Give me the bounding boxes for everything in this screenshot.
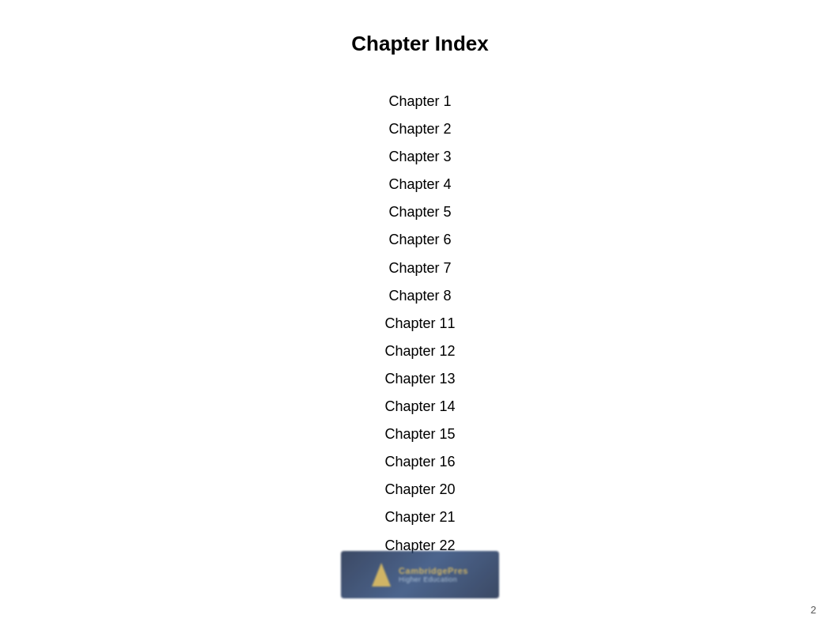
page-container: Chapter Index Chapter 1Chapter 2Chapter … <box>0 0 840 630</box>
chapter-item[interactable]: Chapter 14 <box>384 393 455 421</box>
chapter-item[interactable]: Chapter 8 <box>388 282 451 310</box>
chapter-item[interactable]: Chapter 4 <box>388 171 451 198</box>
chapter-item[interactable]: Chapter 21 <box>384 504 455 531</box>
chapter-list: Chapter 1Chapter 2Chapter 3Chapter 4Chap… <box>384 88 455 560</box>
chapter-item[interactable]: Chapter 13 <box>384 365 455 393</box>
publisher-logo-icon <box>372 563 391 587</box>
chapter-item[interactable]: Chapter 3 <box>388 143 451 171</box>
chapter-item[interactable]: Chapter 12 <box>384 338 455 365</box>
chapter-item[interactable]: Chapter 2 <box>388 115 451 143</box>
page-number: 2 <box>811 604 816 616</box>
publisher-logo-text: CambridgePres Higher Education <box>399 566 468 583</box>
page-title: Chapter Index <box>351 32 488 56</box>
chapter-item[interactable]: Chapter 6 <box>388 226 451 254</box>
publisher-subtitle: Higher Education <box>399 575 468 583</box>
chapter-item[interactable]: Chapter 15 <box>384 421 455 448</box>
chapter-item[interactable]: Chapter 16 <box>384 448 455 476</box>
chapter-item[interactable]: Chapter 20 <box>384 476 455 504</box>
publisher-name: CambridgePres <box>399 566 468 575</box>
chapter-item[interactable]: Chapter 5 <box>388 198 451 226</box>
chapter-item[interactable]: Chapter 7 <box>388 255 451 282</box>
chapter-item[interactable]: Chapter 11 <box>384 310 455 338</box>
publisher-logo: CambridgePres Higher Education <box>341 551 499 598</box>
chapter-item[interactable]: Chapter 1 <box>388 88 451 115</box>
